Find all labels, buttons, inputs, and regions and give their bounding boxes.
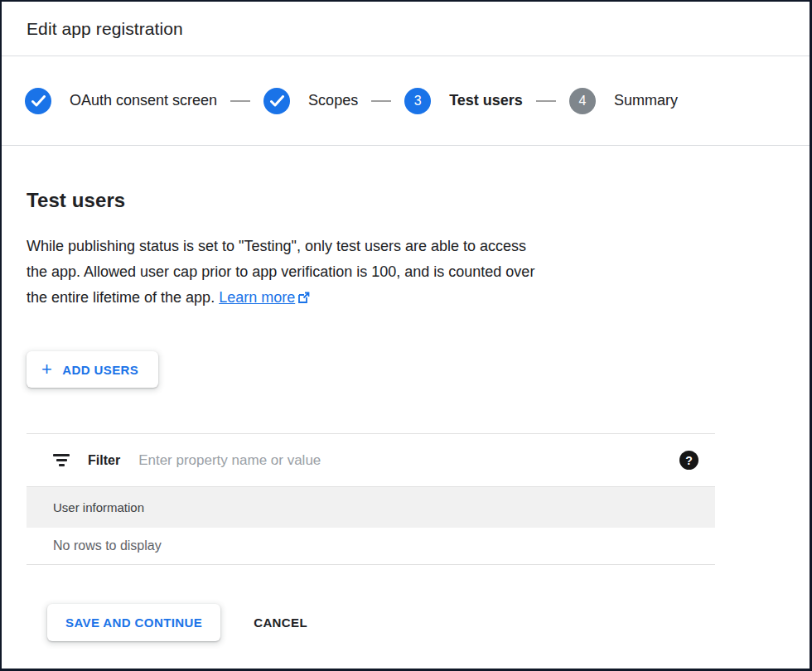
page-header: Edit app registration (2, 2, 810, 56)
step-summary[interactable]: 4 Summary (569, 88, 678, 114)
test-users-table: Filter ? User information No rows to dis… (27, 433, 715, 565)
description-line: While publishing status is set to "Testi… (27, 234, 739, 259)
step-test-users[interactable]: 3 Test users (404, 88, 523, 114)
filter-label: Filter (88, 453, 120, 468)
step-connector (371, 100, 391, 102)
table-header-row: User information (27, 486, 715, 528)
help-icon[interactable]: ? (679, 451, 698, 470)
step-3-circle: 3 (404, 88, 431, 114)
section-description: While publishing status is set to "Testi… (27, 234, 739, 312)
description-line: the app. Allowed user cap prior to app v… (27, 259, 739, 285)
cancel-button[interactable]: CANCEL (254, 615, 307, 630)
plus-icon: + (41, 362, 52, 377)
filter-input[interactable] (138, 452, 679, 469)
save-and-continue-button[interactable]: SAVE AND CONTINUE (47, 604, 220, 641)
filter-icon (53, 451, 70, 469)
table-empty-row: No rows to display (27, 528, 715, 565)
check-icon (31, 95, 46, 107)
wizard-stepper: OAuth consent screen Scopes 3 Test users… (2, 56, 810, 146)
step-oauth-consent-screen[interactable]: OAuth consent screen (25, 88, 217, 114)
step-1-label: OAuth consent screen (70, 92, 217, 109)
step-connector (536, 100, 556, 102)
step-3-number: 3 (414, 94, 422, 109)
empty-message: No rows to display (53, 538, 162, 553)
section-heading: Test users (27, 189, 785, 212)
external-link-icon (297, 287, 310, 312)
learn-more-link[interactable]: Learn more (219, 289, 310, 306)
filter-bar: Filter ? (27, 433, 715, 486)
step-2-label: Scopes (308, 92, 358, 109)
footer-actions: SAVE AND CONTINUE CANCEL (27, 604, 785, 641)
step-scopes[interactable]: Scopes (263, 88, 358, 114)
column-header-user-information: User information (53, 500, 144, 514)
add-users-label: ADD USERS (62, 363, 138, 377)
add-users-button[interactable]: + ADD USERS (27, 351, 158, 388)
description-line: the entire lifetime of the app. Learn mo… (27, 285, 739, 312)
step-1-circle (25, 88, 51, 114)
page-title: Edit app registration (27, 19, 183, 39)
step-4-circle: 4 (569, 88, 596, 114)
step-connector (230, 100, 250, 102)
step-4-label: Summary (614, 92, 678, 109)
step-3-label: Test users (449, 92, 523, 109)
check-icon (270, 95, 284, 107)
main-content: Test users While publishing status is se… (2, 189, 810, 641)
step-4-number: 4 (578, 94, 586, 109)
step-2-circle (263, 88, 290, 114)
